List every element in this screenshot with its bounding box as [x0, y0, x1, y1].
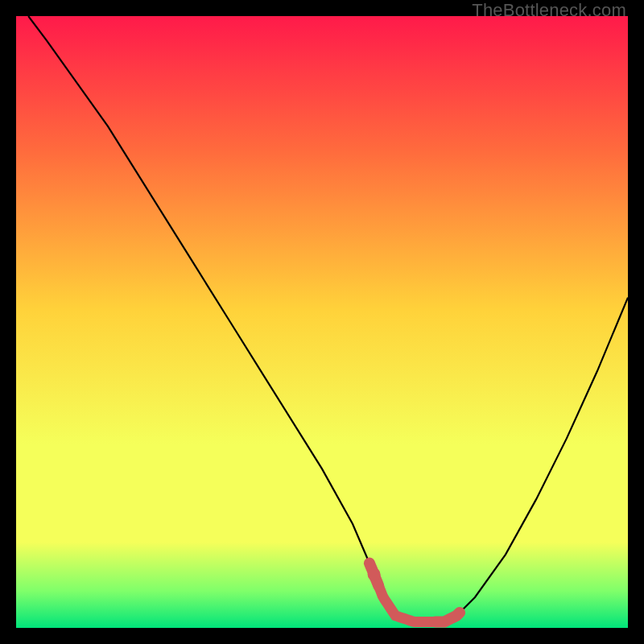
chart-svg — [16, 16, 628, 628]
gradient-background — [16, 16, 628, 628]
watermark-text: TheBottleneck.com — [472, 0, 626, 21]
chart-frame — [16, 16, 628, 628]
marker-a-dot — [368, 568, 381, 581]
